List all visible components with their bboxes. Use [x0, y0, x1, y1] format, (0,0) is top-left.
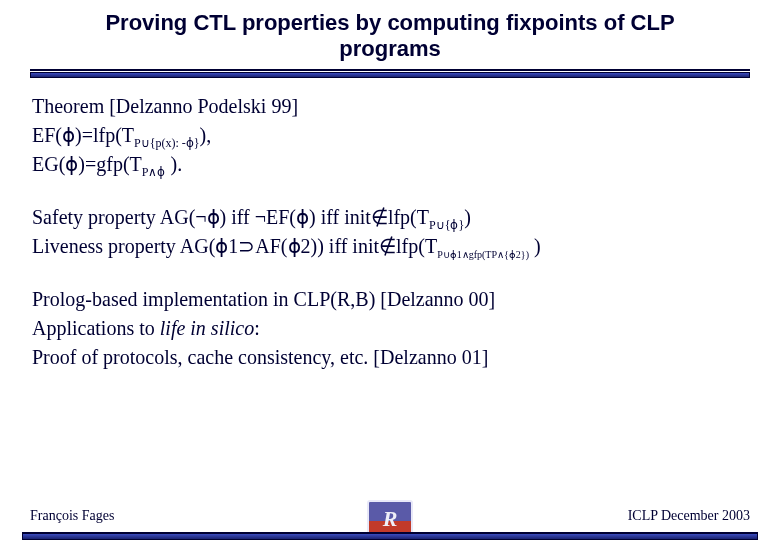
subscript: P∧ϕ — [142, 165, 166, 179]
phi-symbol: ϕ — [288, 235, 301, 257]
footer-venue: ICLP December 2003 — [628, 508, 750, 524]
impl-line-1: Prolog-based implementation in CLP(R,B) … — [32, 285, 752, 314]
txt: : — [254, 317, 260, 339]
txt: )=lfp(T — [75, 124, 134, 146]
theorem-eg-line: EG(ϕ)=gfp(TP∧ϕ ). — [32, 150, 752, 179]
txt: ) iff ¬EF( — [220, 206, 296, 228]
footer: François Fages ICLP December 2003 R — [0, 498, 780, 540]
txt: ) — [529, 235, 541, 257]
theorem-ef-line: EF(ϕ)=lfp(TP∪{p(x): -ϕ}), — [32, 121, 752, 150]
txt: 1⊃AF( — [228, 235, 287, 257]
phi-symbol: ϕ — [207, 206, 220, 228]
txt: )=gfp(T — [78, 153, 141, 175]
theorem-block: Theorem [Delzanno Podelski 99] EF(ϕ)=lfp… — [32, 92, 752, 179]
txt: EF( — [32, 124, 62, 146]
txt: ) — [464, 206, 471, 228]
txt: Liveness property AG( — [32, 235, 215, 257]
txt: ) iff init∉lfp(T — [309, 206, 429, 228]
txt: Safety property AG(¬ — [32, 206, 207, 228]
italic-phrase: life in silico — [160, 317, 254, 339]
footer-divider — [22, 532, 758, 540]
phi-symbol: ϕ — [215, 235, 228, 257]
footer-divider-bar — [22, 534, 758, 540]
impl-line-3: Proof of protocols, cache consistency, e… — [32, 343, 752, 372]
implementation-block: Prolog-based implementation in CLP(R,B) … — [32, 285, 752, 372]
txt: 2)) iff init∉lfp(T — [301, 235, 438, 257]
impl-line-2: Applications to life in silico: — [32, 314, 752, 343]
properties-block: Safety property AG(¬ϕ) iff ¬EF(ϕ) iff in… — [32, 203, 752, 261]
txt: Applications to — [32, 317, 160, 339]
safety-line: Safety property AG(¬ϕ) iff ¬EF(ϕ) iff in… — [32, 203, 752, 232]
subscript: P∪{ϕ} — [429, 218, 464, 232]
txt: EG( — [32, 153, 65, 175]
phi-symbol: ϕ — [65, 153, 78, 175]
txt: ). — [166, 153, 183, 175]
theorem-heading: Theorem [Delzanno Podelski 99] — [32, 92, 752, 121]
phi-symbol: ϕ — [296, 206, 309, 228]
slide-title: Proving CTL properties by computing fixp… — [28, 10, 752, 63]
title-divider — [30, 69, 750, 78]
title-divider-bar — [30, 72, 750, 78]
title-line-2: programs — [339, 36, 440, 61]
subscript: P∪{p(x): -ϕ} — [134, 136, 200, 150]
liveness-line: Liveness property AG(ϕ1⊃AF(ϕ2)) iff init… — [32, 232, 752, 261]
footer-logo-letter: R — [383, 506, 398, 532]
txt: ), — [200, 124, 212, 146]
subscript: P∪ϕ1∧gfp(TP∧{ϕ2}) — [437, 249, 529, 260]
slide: Proving CTL properties by computing fixp… — [0, 0, 780, 540]
phi-symbol: ϕ — [62, 124, 75, 146]
footer-author: François Fages — [30, 508, 114, 524]
title-line-1: Proving CTL properties by computing fixp… — [105, 10, 674, 35]
